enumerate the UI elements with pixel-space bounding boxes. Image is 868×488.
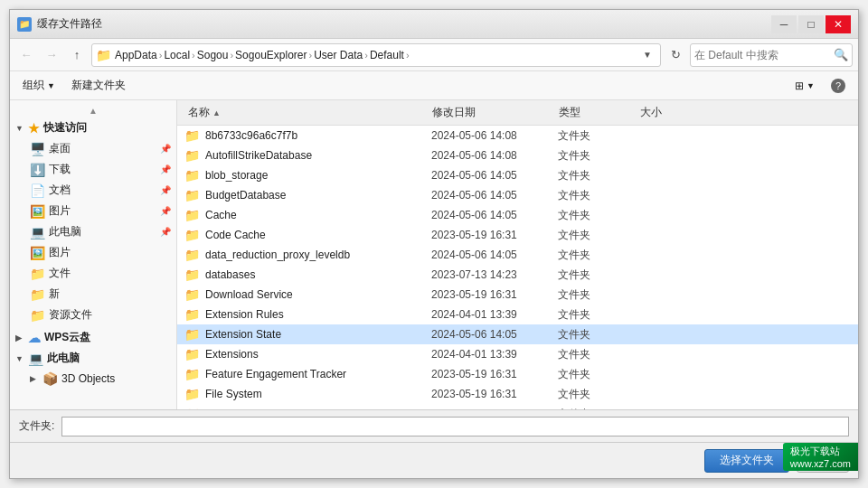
file-type: 文件夹 (558, 208, 639, 223)
documents-folder-icon: 📄 (30, 183, 45, 198)
file-date: 2023-05-19 16:31 (431, 368, 558, 380)
downloads-pin-icon: 📌 (160, 164, 171, 174)
organize-button[interactable]: 组织 ▼ (19, 76, 59, 95)
file-row[interactable]: 📁 File System 2023-05-19 16:31 文件夹 (177, 384, 858, 404)
sidebar-item-this-pc-quick[interactable]: 💻 此电脑 📌 (10, 221, 176, 242)
close-button[interactable]: ✕ (826, 15, 851, 33)
file-date: 2024-05-06 14:05 (431, 328, 558, 341)
title-bar: 📁 缓存文件路径 ─ □ ✕ (10, 10, 858, 39)
this-pc-section-header[interactable]: ▼ 💻 此电脑 (10, 348, 176, 369)
address-dropdown-button[interactable]: ▼ (638, 46, 656, 64)
back-button[interactable]: ← (15, 44, 37, 66)
sidebar-item-documents[interactable]: 📄 文档 📌 (10, 180, 176, 201)
window-icon: 📁 (17, 17, 32, 32)
folder-name-input[interactable] (61, 417, 849, 436)
col-header-type[interactable]: 类型 (555, 103, 637, 122)
file-folder-icon: 📁 (184, 148, 200, 163)
file-row[interactable]: 📁 Extension State 2024-05-06 14:05 文件夹 (177, 324, 858, 344)
file-row[interactable]: 📁 Extension Rules 2024-04-01 13:39 文件夹 (177, 305, 858, 324)
select-folder-button[interactable]: 选择文件夹 (704, 449, 789, 473)
address-toolbar: ← → ↑ 📁 AppData › Local › Sogou › SogouE… (10, 39, 858, 71)
file-date: 2024-05-06 14:05 (431, 209, 558, 221)
file-row[interactable]: 📁 BudgetDatabase 2024-05-06 14:05 文件夹 (177, 185, 858, 205)
breadcrumb-part-1: Local (164, 49, 190, 61)
sidebar-item-new[interactable]: 📁 新 (10, 284, 176, 305)
folder-name-bar: 文件夹: (10, 409, 858, 442)
file-row[interactable]: 📁 Code Cache 2023-05-19 16:31 文件夹 (177, 225, 858, 245)
maximize-button[interactable]: □ (798, 15, 824, 33)
file-name: Extension State (205, 328, 431, 341)
file-list: 📁 8b6733c96a6c7f7b 2024-05-06 14:08 文件夹 … (177, 126, 858, 409)
file-name: Extensions (205, 348, 431, 361)
file-date: 2024-04-01 13:39 (431, 348, 558, 361)
file-row[interactable]: 📁 AutofillStrikeDatabase 2024-05-06 14:0… (177, 145, 858, 165)
col-header-size[interactable]: 大小 (637, 103, 709, 122)
file-name: BudgetDatabase (205, 189, 431, 202)
up-button[interactable]: ↑ (66, 44, 88, 66)
window-title: 缓存文件路径 (37, 16, 771, 32)
file-type: 文件夹 (558, 287, 639, 303)
quick-access-star-icon: ★ (28, 121, 40, 136)
file-type: 文件夹 (558, 327, 639, 343)
address-bar[interactable]: 📁 AppData › Local › Sogou › SogouExplore… (91, 43, 661, 67)
new-folder-button[interactable]: 新建文件夹 (68, 76, 129, 95)
file-type: 文件夹 (558, 248, 639, 263)
sidebar-item-desktop[interactable]: 🖥️ 桌面 📌 (10, 138, 176, 159)
forward-button[interactable]: → (41, 44, 62, 66)
address-folder-icon: 📁 (96, 48, 111, 62)
pictures2-label: 图片 (49, 245, 71, 260)
view-dropdown-icon: ▼ (807, 81, 815, 90)
file-type: 文件夹 (558, 307, 639, 323)
file-date: 2023-05-19 16:31 (431, 288, 558, 301)
file-row[interactable]: 📁 blob_storage 2024-05-06 14:05 文件夹 (177, 165, 858, 185)
wps-cloud-header[interactable]: ▶ ☁ WPS云盘 (10, 327, 176, 348)
breadcrumb-part-4: User Data (314, 49, 363, 61)
file-row[interactable]: 📁 Download Service 2023-05-19 16:31 文件夹 (177, 285, 858, 305)
sidebar-item-3d-objects[interactable]: ▶ 📦 3D Objects (10, 369, 176, 389)
dialog-window: 📁 缓存文件路径 ─ □ ✕ ← → ↑ 📁 AppData › Local ›… (9, 9, 859, 479)
files-label: 文件 (49, 266, 71, 281)
search-input[interactable] (694, 49, 834, 61)
file-row[interactable]: 📁 Cache 2024-05-06 14:05 文件夹 (177, 205, 858, 225)
wps-cloud-label: WPS云盘 (44, 330, 90, 345)
view-icon: ⊞ (795, 80, 804, 92)
view-options-button[interactable]: ⊞ ▼ (791, 78, 818, 94)
file-name: 8b6733c96a6c7f7b (205, 129, 431, 142)
pictures-folder-icon: 🖼️ (30, 204, 45, 219)
file-row[interactable]: 📁 Feature Engagement Tracker 2023-05-19 … (177, 364, 858, 384)
file-name: Feature Engagement Tracker (205, 368, 431, 380)
wps-cloud-icon: ☁ (28, 331, 41, 345)
sidebar-item-pictures[interactable]: 🖼️ 图片 📌 (10, 201, 176, 221)
file-row[interactable]: 📁 Extensions 2024-04-01 13:39 文件夹 (177, 344, 858, 364)
new-folder-icon: 📁 (30, 287, 45, 302)
file-row[interactable]: 📁 8b6733c96a6c7f7b 2024-05-06 14:08 文件夹 (177, 126, 858, 145)
file-name: databases (205, 268, 431, 281)
file-name: Cache (205, 209, 431, 221)
file-folder-icon: 📁 (184, 208, 200, 222)
file-row[interactable]: 📁 data_reduction_proxy_leveldb 2024-05-0… (177, 245, 858, 265)
col-header-name[interactable]: 名称 ▲ (184, 103, 429, 122)
file-folder-icon: 📁 (184, 228, 200, 242)
watermark-badge: 极光下载站www.xz7.com (783, 443, 858, 471)
sidebar-item-resources[interactable]: 📁 资源文件 (10, 305, 176, 325)
organize-dropdown-icon: ▼ (47, 81, 55, 90)
file-area: 名称 ▲ 修改日期 类型 大小 📁 8b6733c96a6c7f7b 2024-… (177, 100, 858, 409)
file-date: 2023-05-19 16:31 (431, 388, 558, 400)
resources-icon: 📁 (30, 308, 45, 323)
name-sort-icon: ▲ (212, 108, 221, 117)
sidebar-item-files[interactable]: 📁 文件 (10, 263, 176, 284)
file-row[interactable]: 📁 databases 2023-07-13 14:23 文件夹 (177, 265, 858, 285)
sidebar-item-downloads[interactable]: ⬇️ 下载 📌 (10, 159, 176, 180)
refresh-button[interactable]: ↻ (665, 44, 686, 66)
breadcrumb-part-2: Sogou (197, 49, 229, 61)
quick-access-header[interactable]: ▼ ★ 快速访问 (10, 117, 176, 138)
file-type: 文件夹 (558, 367, 639, 382)
sidebar-item-pictures2[interactable]: 🖼️ 图片 (10, 242, 176, 263)
col-header-date[interactable]: 修改日期 (429, 103, 555, 122)
minimize-button[interactable]: ─ (771, 15, 797, 33)
documents-pin-icon: 📌 (160, 185, 171, 195)
file-folder-icon: 📁 (184, 327, 200, 342)
resources-label: 资源文件 (49, 307, 92, 323)
help-button[interactable]: ? (827, 77, 849, 95)
scroll-up: ▲ (10, 104, 176, 117)
